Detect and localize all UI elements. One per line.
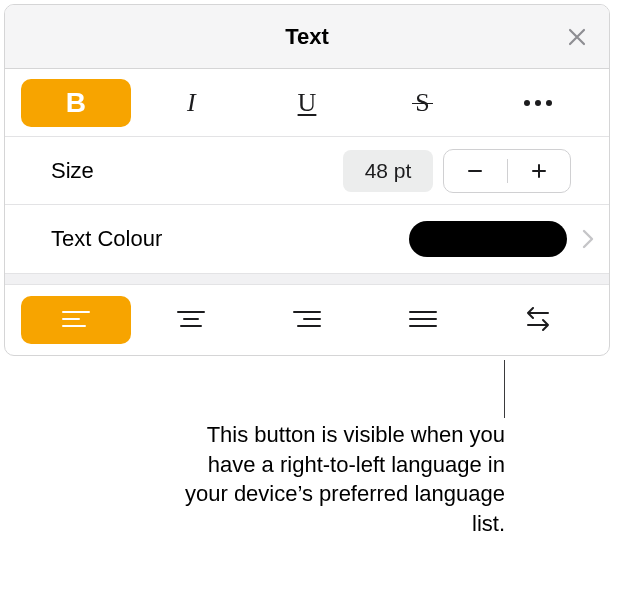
more-icon xyxy=(524,100,552,106)
size-controls: 48 pt xyxy=(343,149,609,193)
alignment-row xyxy=(5,285,609,355)
panel-title: Text xyxy=(285,24,329,50)
colour-controls xyxy=(409,221,609,257)
text-style-row: B I U S xyxy=(5,69,609,137)
text-direction-button[interactable] xyxy=(483,296,593,344)
strikethrough-icon: S xyxy=(415,90,429,116)
rtl-direction-icon xyxy=(522,307,554,333)
size-increment-button[interactable] xyxy=(508,150,571,192)
text-colour-label: Text Colour xyxy=(51,226,409,252)
align-justify-button[interactable] xyxy=(368,296,478,344)
section-gap xyxy=(5,273,609,285)
size-row: Size 48 pt xyxy=(5,137,609,205)
bold-icon: B xyxy=(66,89,86,117)
italic-icon: I xyxy=(187,90,196,116)
italic-button[interactable]: I xyxy=(137,79,247,127)
colour-swatch xyxy=(409,221,567,257)
align-center-button[interactable] xyxy=(137,296,247,344)
chevron-right-icon xyxy=(581,227,595,251)
size-stepper xyxy=(443,149,571,193)
plus-icon xyxy=(529,161,549,181)
text-format-panel: Text B I U S Size 48 pt xyxy=(4,4,610,356)
align-left-button[interactable] xyxy=(21,296,131,344)
callout-leader-line xyxy=(504,360,505,418)
size-decrement-button[interactable] xyxy=(444,150,507,192)
align-right-button[interactable] xyxy=(252,296,362,344)
strikethrough-button[interactable]: S xyxy=(368,79,478,127)
underline-icon: U xyxy=(298,90,317,116)
align-center-icon xyxy=(176,309,206,331)
more-styles-button[interactable] xyxy=(483,79,593,127)
size-value-field[interactable]: 48 pt xyxy=(343,150,433,192)
align-left-icon xyxy=(61,309,91,331)
text-colour-row[interactable]: Text Colour xyxy=(5,205,609,273)
minus-icon xyxy=(465,161,485,181)
callout-text: This button is visible when you have a r… xyxy=(175,420,505,539)
close-button[interactable] xyxy=(563,23,591,51)
align-right-icon xyxy=(292,309,322,331)
panel-header: Text xyxy=(5,5,609,69)
bold-button[interactable]: B xyxy=(21,79,131,127)
close-icon xyxy=(565,25,589,49)
size-label: Size xyxy=(51,158,343,184)
align-justify-icon xyxy=(408,309,438,331)
underline-button[interactable]: U xyxy=(252,79,362,127)
